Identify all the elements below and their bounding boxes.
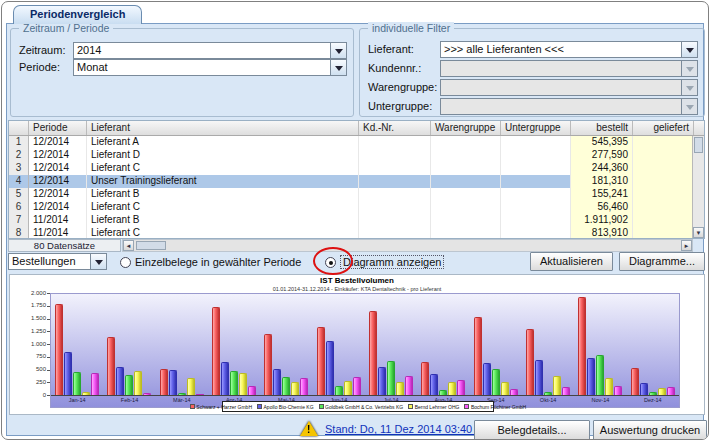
table-row[interactable]: 112/2014Lieferant A545,395 bbox=[9, 136, 704, 149]
radio-einzelbelege-label[interactable]: Einzelbelege in gewählter Periode bbox=[135, 256, 301, 268]
cell-wg[interactable] bbox=[431, 227, 501, 239]
cell-num[interactable]: 8 bbox=[9, 227, 29, 239]
cell-periode[interactable]: 12/2014 bbox=[29, 175, 87, 188]
chevron-down-icon[interactable] bbox=[330, 43, 346, 58]
table-row[interactable]: 212/2014Lieferant D277,590 bbox=[9, 149, 704, 162]
cell-wg[interactable] bbox=[431, 136, 501, 149]
chevron-down-icon[interactable] bbox=[90, 254, 106, 269]
cell-periode[interactable]: 12/2014 bbox=[29, 188, 87, 201]
cell-ug[interactable] bbox=[501, 227, 571, 239]
col-kdnr[interactable]: Kd.-Nr. bbox=[359, 121, 431, 135]
cell-gel[interactable] bbox=[633, 188, 694, 201]
cell-gel[interactable] bbox=[633, 201, 694, 214]
zeitraum-combo[interactable]: 2014 bbox=[73, 42, 347, 59]
stand-link[interactable]: Stand: Do, 11 Dez 2014 03:40 ... bbox=[325, 423, 484, 435]
cell-ug[interactable] bbox=[501, 175, 571, 188]
chevron-down-icon[interactable] bbox=[681, 42, 697, 57]
radio-einzelbelege[interactable] bbox=[120, 257, 131, 268]
table-row[interactable]: 612/2014Lieferant C56,460 bbox=[9, 201, 704, 214]
cell-gel[interactable] bbox=[633, 149, 694, 162]
cell-lieferant[interactable]: Lieferant A bbox=[87, 136, 359, 149]
cell-wg[interactable] bbox=[431, 201, 501, 214]
cell-best[interactable]: 813,910 bbox=[571, 227, 633, 239]
radio-diagramm-label[interactable]: Diagramm anzeigen bbox=[340, 255, 444, 269]
cell-num[interactable]: 5 bbox=[9, 188, 29, 201]
col-lieferant[interactable]: Lieferant bbox=[87, 121, 359, 135]
col-warengruppe[interactable]: Warengruppe bbox=[431, 121, 501, 135]
auswertung-drucken-button[interactable]: Auswertung drucken bbox=[593, 420, 707, 440]
cell-gel[interactable] bbox=[633, 162, 694, 175]
cell-num[interactable]: 7 bbox=[9, 214, 29, 227]
cell-lieferant[interactable]: Unser Trainingslieferant bbox=[87, 175, 359, 188]
cell-best[interactable]: 244,360 bbox=[571, 162, 633, 175]
cell-periode[interactable]: 12/2014 bbox=[29, 201, 87, 214]
cell-best[interactable]: 155,241 bbox=[571, 188, 633, 201]
cell-wg[interactable] bbox=[431, 188, 501, 201]
cell-periode[interactable]: 11/2014 bbox=[29, 227, 87, 239]
cell-best[interactable]: 277,590 bbox=[571, 149, 633, 162]
cell-wg[interactable] bbox=[431, 162, 501, 175]
col-geliefert[interactable]: geliefert bbox=[633, 121, 694, 135]
cell-ug[interactable] bbox=[501, 188, 571, 201]
cell-lieferant[interactable]: Lieferant D bbox=[87, 149, 359, 162]
cell-kdnr[interactable] bbox=[359, 136, 431, 149]
cell-best[interactable]: 545,395 bbox=[571, 136, 633, 149]
cell-lieferant[interactable]: Lieferant C bbox=[87, 227, 359, 239]
cell-gel[interactable] bbox=[633, 227, 694, 239]
table-row[interactable]: 811/2014Lieferant C813,910 bbox=[9, 227, 704, 239]
cell-kdnr[interactable] bbox=[359, 188, 431, 201]
cell-kdnr[interactable] bbox=[359, 214, 431, 227]
table-row[interactable]: 512/2014Lieferant B155,241 bbox=[9, 188, 704, 201]
cell-periode[interactable]: 11/2014 bbox=[29, 214, 87, 227]
cell-ug[interactable] bbox=[501, 214, 571, 227]
cell-lieferant[interactable]: Lieferant B bbox=[87, 214, 359, 227]
cell-periode[interactable]: 12/2014 bbox=[29, 149, 87, 162]
cell-periode[interactable]: 12/2014 bbox=[29, 136, 87, 149]
scroll-left-icon[interactable]: ◄ bbox=[123, 240, 134, 251]
table-row[interactable]: 312/2014Lieferant C244,360 bbox=[9, 162, 704, 175]
cell-wg[interactable] bbox=[431, 175, 501, 188]
diagramme-button[interactable]: Diagramme... bbox=[619, 252, 705, 271]
cell-lieferant[interactable]: Lieferant C bbox=[87, 162, 359, 175]
v-scrollbar-thumb[interactable] bbox=[694, 137, 703, 153]
cell-kdnr[interactable] bbox=[359, 201, 431, 214]
cell-ug[interactable] bbox=[501, 136, 571, 149]
periode-combo[interactable]: Monat bbox=[73, 59, 347, 76]
cell-periode[interactable]: 12/2014 bbox=[29, 162, 87, 175]
cell-lieferant[interactable]: Lieferant B bbox=[87, 188, 359, 201]
scroll-right-icon[interactable]: ► bbox=[681, 240, 692, 251]
h-scrollbar[interactable]: ◄ ► bbox=[122, 239, 693, 252]
tab-periodenvergleich[interactable]: Periodenvergleich bbox=[13, 5, 142, 24]
lieferant-combo[interactable]: >>> alle Lieferanten <<< bbox=[440, 41, 698, 58]
cell-wg[interactable] bbox=[431, 149, 501, 162]
cell-best[interactable]: 1.911,902 bbox=[571, 214, 633, 227]
cell-ug[interactable] bbox=[501, 162, 571, 175]
v-scrollbar[interactable]: ▼ bbox=[692, 136, 704, 238]
cell-lieferant[interactable]: Lieferant C bbox=[87, 201, 359, 214]
table-row[interactable]: 412/2014Unser Trainingslieferant181,310 bbox=[9, 175, 704, 188]
cell-num[interactable]: 4 bbox=[9, 175, 29, 188]
view-type-combo[interactable]: Bestellungen bbox=[8, 253, 107, 270]
cell-best[interactable]: 181,310 bbox=[571, 175, 633, 188]
cell-ug[interactable] bbox=[501, 201, 571, 214]
h-scrollbar-thumb[interactable] bbox=[136, 241, 166, 250]
col-num[interactable] bbox=[9, 121, 29, 135]
cell-gel[interactable] bbox=[633, 175, 694, 188]
col-periode[interactable]: Periode bbox=[29, 121, 87, 135]
cell-gel[interactable] bbox=[633, 214, 694, 227]
cell-num[interactable]: 6 bbox=[9, 201, 29, 214]
cell-ug[interactable] bbox=[501, 149, 571, 162]
cell-best[interactable]: 56,460 bbox=[571, 201, 633, 214]
cell-num[interactable]: 1 bbox=[9, 136, 29, 149]
cell-wg[interactable] bbox=[431, 214, 501, 227]
belegdetails-button[interactable]: Belegdetails... bbox=[474, 420, 590, 440]
cell-num[interactable]: 2 bbox=[9, 149, 29, 162]
cell-kdnr[interactable] bbox=[359, 227, 431, 239]
cell-kdnr[interactable] bbox=[359, 162, 431, 175]
cell-kdnr[interactable] bbox=[359, 175, 431, 188]
cell-kdnr[interactable] bbox=[359, 149, 431, 162]
cell-gel[interactable] bbox=[633, 136, 694, 149]
col-bestellt[interactable]: bestellt bbox=[571, 121, 633, 135]
table-row[interactable]: 711/2014Lieferant B1.911,902 bbox=[9, 214, 704, 227]
aktualisieren-button[interactable]: Aktualisieren bbox=[530, 252, 613, 271]
